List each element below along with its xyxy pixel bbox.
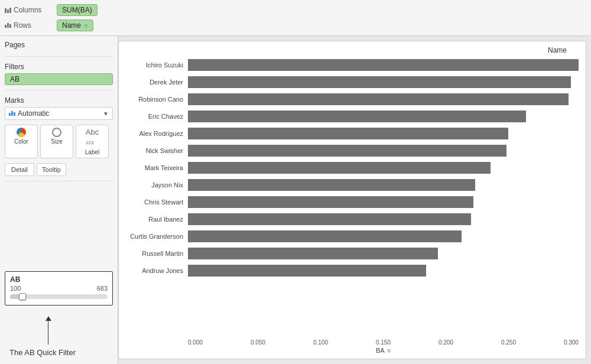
row-label: Derek Jeter xyxy=(126,79,188,86)
bar[interactable] xyxy=(188,196,473,208)
chart-name-header: Name xyxy=(126,46,579,54)
bar[interactable] xyxy=(188,230,462,242)
bar[interactable] xyxy=(188,110,526,122)
bar-area xyxy=(188,162,579,174)
rows-icon xyxy=(5,23,11,28)
bar-area xyxy=(188,76,579,88)
rows-pill[interactable]: Name ≡ xyxy=(57,20,93,31)
bar-area xyxy=(188,248,579,259)
bar-area xyxy=(188,59,579,71)
row-label: Mark Teixeira xyxy=(126,164,188,171)
tooltip-button[interactable]: Tooltip xyxy=(37,163,66,176)
x-tick-label: 0.050 xyxy=(251,339,265,346)
row-label: Chris Stewart xyxy=(126,199,188,206)
table-row: Eric Chavez xyxy=(126,108,579,125)
shelf-area: Columns SUM(BA) Rows Name ≡ xyxy=(0,0,591,36)
bar[interactable] xyxy=(188,162,491,174)
x-axis: 0.0000.0500.1000.1500.2000.2500.300 xyxy=(126,337,579,346)
columns-pill[interactable]: SUM(BA) xyxy=(57,4,98,16)
bar[interactable] xyxy=(188,248,438,259)
bar-area xyxy=(188,128,579,139)
table-row: Russell Martin xyxy=(126,245,579,262)
filter-ab-pill[interactable]: AB xyxy=(5,73,113,85)
filters-title: Filters xyxy=(5,63,113,71)
bar-area xyxy=(188,179,579,191)
pages-title: Pages xyxy=(5,41,113,49)
row-label: Robinson Cano xyxy=(126,96,188,103)
marks-type-label: Automatic xyxy=(18,109,100,118)
label-button[interactable]: Abc123 Label xyxy=(76,125,109,158)
table-row: Robinson Cano xyxy=(126,91,579,108)
bar[interactable] xyxy=(188,93,569,105)
ab-filter-min: 100 xyxy=(10,285,21,292)
marks-wide-buttons-group: Detail Tooltip xyxy=(5,163,113,176)
row-label: Jayson Nix xyxy=(126,181,188,188)
ab-filter-slider[interactable] xyxy=(10,294,108,299)
bar[interactable] xyxy=(188,145,506,157)
bar-area xyxy=(188,230,579,242)
bar[interactable] xyxy=(188,128,508,139)
table-row: Alex Rodriguez xyxy=(126,125,579,142)
filters-section: Filters AB xyxy=(5,63,113,90)
x-axis-filter-icon: ≡ xyxy=(387,347,391,354)
slider-thumb[interactable] xyxy=(19,293,26,300)
arrow-line-icon xyxy=(48,321,48,344)
row-label: Nick Swisher xyxy=(126,147,188,154)
detail-button[interactable]: Detail xyxy=(5,163,34,176)
bar[interactable] xyxy=(188,59,579,71)
ab-filter-max: 683 xyxy=(97,285,108,292)
bar-area xyxy=(188,196,579,208)
x-tick-label: 0.100 xyxy=(313,339,328,346)
ab-filter-box: AB 100 683 xyxy=(5,271,113,306)
row-label: Raul Ibanez xyxy=(126,216,188,223)
x-tick-label: 0.150 xyxy=(376,339,391,346)
bar[interactable] xyxy=(188,213,471,225)
table-row: Mark Teixeira xyxy=(126,160,579,176)
x-axis-title: BA ≡ xyxy=(126,346,579,354)
x-tick-label: 0.000 xyxy=(188,339,203,346)
marks-title: Marks xyxy=(5,96,113,105)
annotation-area: The AB Quick Filter xyxy=(5,311,113,359)
row-label: Alex Rodriguez xyxy=(126,130,188,137)
bar[interactable] xyxy=(188,265,426,277)
rows-label: Rows xyxy=(5,21,52,30)
bar[interactable] xyxy=(188,179,475,191)
table-row: Andruw Jones xyxy=(126,262,579,279)
ab-filter-title: AB xyxy=(10,275,108,284)
columns-label: Columns xyxy=(5,6,52,14)
table-row: Curtis Granderson xyxy=(126,228,579,245)
ab-filter-range: 100 683 xyxy=(10,285,108,292)
bar[interactable] xyxy=(188,76,571,88)
sidebar: Pages Filters AB Marks Automatic ▼ xyxy=(0,36,118,364)
row-label: Eric Chavez xyxy=(126,113,188,120)
bar-area xyxy=(188,145,579,157)
size-button[interactable]: Size xyxy=(40,125,73,158)
bar-area xyxy=(188,213,579,225)
table-row: Ichiro Suzuki xyxy=(126,57,579,73)
row-label: Ichiro Suzuki xyxy=(126,61,188,69)
x-axis-labels: 0.0000.0500.1000.1500.2000.2500.300 xyxy=(188,339,579,346)
annotation-text: The AB Quick Filter xyxy=(9,348,76,357)
size-icon xyxy=(52,128,61,137)
table-row: Nick Swisher xyxy=(126,142,579,159)
table-row: Derek Jeter xyxy=(126,74,579,90)
row-label: Andruw Jones xyxy=(126,267,188,274)
x-tick-label: 0.300 xyxy=(564,339,579,346)
table-row: Jayson Nix xyxy=(126,177,579,193)
bar-area xyxy=(188,93,579,105)
pages-section: Pages xyxy=(5,41,113,57)
bar-area xyxy=(188,110,579,122)
marks-section: Marks Automatic ▼ Color Size xyxy=(5,96,113,181)
rows-filter-icon: ≡ xyxy=(85,22,88,29)
color-icon xyxy=(17,128,26,137)
bar-area xyxy=(188,265,579,277)
x-tick-label: 0.200 xyxy=(439,339,453,346)
marks-buttons-group: Color Size Abc123 Label xyxy=(5,125,113,158)
label-icon: Abc123 xyxy=(86,128,99,148)
marks-dropdown-arrow-icon: ▼ xyxy=(103,110,109,117)
marks-type-dropdown[interactable]: Automatic ▼ xyxy=(5,107,113,120)
arrow-head-icon xyxy=(46,316,51,321)
color-button[interactable]: Color xyxy=(5,125,38,158)
x-tick-label: 0.250 xyxy=(501,339,516,346)
columns-icon xyxy=(5,8,11,13)
